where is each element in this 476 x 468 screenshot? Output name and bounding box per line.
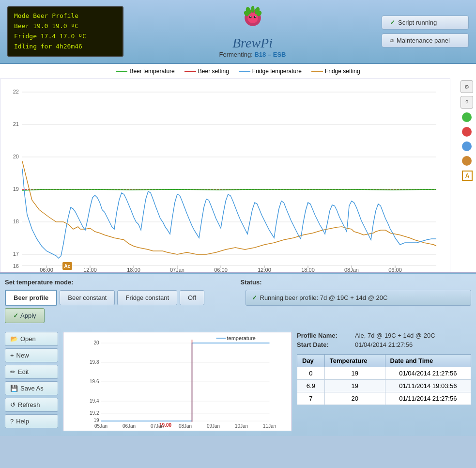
tab-off[interactable]: Off (180, 290, 204, 305)
legend-fridge-setting: Fridge setting (311, 68, 360, 75)
tab-beer-profile[interactable]: Beer profile (5, 290, 57, 306)
lcd-display: Mode Beer Profile Beer 19.0 19.0 ºC Frid… (7, 6, 123, 56)
start-date-label: Start Date: (297, 341, 355, 348)
svg-point-3 (251, 6, 254, 13)
svg-text:05Jan: 05Jan (94, 423, 107, 429)
svg-text:08Jan: 08Jan (179, 423, 192, 429)
maintenance-panel-button[interactable]: ⧉ Maintenance panel (382, 33, 469, 47)
set-temp-label: Set temperature mode: (5, 279, 236, 286)
tab-beer-constant[interactable]: Beer constant (60, 290, 115, 305)
raspberry-pi-icon (238, 5, 267, 34)
beer-temp-line (116, 71, 127, 72)
refresh-label: Refresh (18, 401, 40, 408)
edit-button[interactable]: ✏ Edit (5, 365, 58, 379)
start-date-value: 01/04/2014 21:27:56 (355, 341, 413, 348)
action-buttons: 📂 Open + New ✏ Edit 💾 Save As ↺ Refresh … (5, 332, 58, 431)
new-icon: + (10, 352, 14, 359)
orange-dot[interactable] (462, 156, 472, 166)
table-cell-day: 0 (297, 367, 325, 380)
logo-area: BrewPi Fermenting: B18 – ESB (128, 5, 377, 58)
svg-point-10 (255, 16, 256, 17)
script-running-button[interactable]: ✓ Script running (382, 16, 469, 30)
svg-text:19.4: 19.4 (90, 398, 99, 404)
svg-text:temperature: temperature (227, 335, 256, 341)
edit-icon: ✏ (10, 368, 15, 375)
fermenting-info: Fermenting: B18 – ESB (128, 51, 377, 58)
svg-point-9 (250, 16, 251, 17)
tab-fridge-constant[interactable]: Fridge constant (117, 290, 177, 305)
profile-name-label: Profile Name: (297, 332, 355, 339)
edit-label: Edit (18, 368, 29, 375)
profile-table: Day Temperature Date and Time 01901/04/2… (297, 354, 471, 405)
status-value: Running beer profile: 7d @ 19C + 14d @ 2… (260, 294, 388, 301)
open-button[interactable]: 📂 Open (5, 332, 58, 346)
table-cell-day: 7 (297, 392, 325, 405)
external-icon: ⧉ (390, 37, 394, 44)
check-icon: ✓ (390, 19, 395, 26)
lcd-line1: Mode Beer Profile (14, 11, 117, 21)
right-control: Status: ✓ Running beer profile: 7d @ 19C… (241, 279, 472, 306)
legend-beer-setting-label: Beer setting (198, 68, 229, 75)
svg-text:09Jan: 09Jan (207, 423, 220, 429)
fermenting-label: Fermenting: (219, 51, 252, 58)
control-section: Set temperature mode: Beer profile Beer … (0, 273, 476, 436)
chart-container: 22 21 20 19 18 17 16 06:00 12:00 18:00 0… (0, 78, 476, 272)
status-check-icon: ✓ (252, 294, 257, 301)
svg-text:11Jan: 11Jan (263, 423, 276, 429)
profile-info: Profile Name: Ale, 7d @ 19C + 14d @ 20C … (297, 332, 471, 350)
start-date-row: Start Date: 01/04/2014 21:27:56 (297, 341, 471, 348)
svg-text:19: 19 (13, 186, 19, 192)
profile-name-row: Profile Name: Ale, 7d @ 19C + 14d @ 20C (297, 332, 471, 339)
col-temp: Temperature (324, 355, 385, 367)
svg-text:19: 19 (93, 418, 99, 423)
svg-text:20: 20 (13, 154, 19, 159)
legend-beer-temp-label: Beer temperature (129, 68, 174, 75)
lcd-line4: Idling for 4h26m46 (14, 42, 117, 52)
table-row: 72001/11/2014 21:27:56 (297, 392, 471, 405)
table-row: 6.91901/11/2014 19:03:56 (297, 380, 471, 392)
col-day: Day (297, 355, 325, 367)
table-cell-date: 01/11/2014 21:27:56 (385, 392, 471, 405)
open-label: Open (20, 335, 36, 343)
svg-text:10Jan: 10Jan (235, 423, 248, 429)
chart-sidebar: ⚙ ? A (459, 78, 476, 184)
svg-text:18: 18 (13, 218, 19, 224)
settings-icon-btn[interactable]: ⚙ (461, 80, 473, 93)
refresh-button[interactable]: ↺ Refresh (5, 398, 58, 412)
save-as-label: Save As (20, 385, 44, 392)
help-icon: ? (10, 418, 14, 425)
blue-dot[interactable] (462, 141, 472, 151)
annotation-letter-btn[interactable]: A (462, 171, 473, 181)
svg-text:21: 21 (13, 121, 19, 127)
chart-section: Beer temperature Beer setting Fridge tem… (0, 64, 476, 273)
fermenting-link[interactable]: B18 – ESB (254, 51, 286, 58)
new-button[interactable]: + New (5, 348, 58, 362)
green-dot[interactable] (462, 112, 472, 122)
header-buttons: ✓ Script running ⧉ Maintenance panel (382, 16, 469, 47)
lcd-line2: Beer 19.0 19.0 ºC (14, 21, 117, 31)
svg-text:22: 22 (13, 89, 19, 94)
help-label: Help (16, 418, 29, 425)
profile-name-value: Ale, 7d @ 19C + 14d @ 20C (355, 332, 435, 339)
table-cell-temp: 19 (324, 380, 385, 392)
lcd-line3: Fridge 17.4 17.0 ºC (14, 31, 117, 42)
save-as-button[interactable]: 💾 Save As (5, 381, 58, 395)
apply-button[interactable]: ✓ Apply (5, 308, 45, 323)
beer-setting-line (184, 71, 196, 72)
header: Mode Beer Profile Beer 19.0 19.0 ºC Frid… (0, 0, 476, 64)
table-cell-date: 01/04/2014 21:27:56 (385, 367, 471, 380)
table-cell-date: 01/11/2014 19:03:56 (385, 380, 471, 392)
help-button[interactable]: ? Help (5, 414, 58, 428)
svg-text:Ac: Ac (64, 264, 71, 269)
brand-name: BrewPi (128, 35, 377, 51)
profile-chart-area: temperature 20 19.8 19.6 19.4 19.2 19 (63, 332, 292, 431)
save-icon: 💾 (10, 385, 18, 392)
svg-text:07Jan: 07Jan (151, 423, 164, 429)
legend-fridge-setting-label: Fridge setting (325, 68, 360, 75)
mode-tabs: Beer profile Beer constant Fridge consta… (5, 290, 236, 323)
help-icon-btn[interactable]: ? (461, 96, 473, 109)
svg-text:20: 20 (93, 340, 99, 345)
legend-beer-setting: Beer setting (184, 68, 229, 75)
chart-legend: Beer temperature Beer setting Fridge tem… (0, 64, 476, 78)
red-dot[interactable] (462, 127, 472, 137)
